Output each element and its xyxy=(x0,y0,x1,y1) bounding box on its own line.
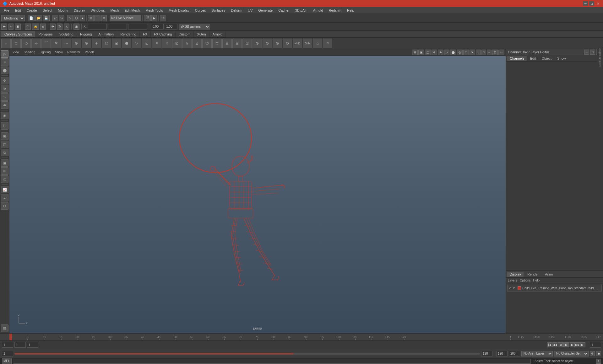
vp-icon-11[interactable]: ⌂ xyxy=(476,50,481,55)
shelf-icon-1[interactable]: ○ xyxy=(1,39,11,48)
vp-icon-5[interactable]: ⊗ xyxy=(438,50,443,55)
save-scene-btn[interactable]: 💾 xyxy=(43,15,50,21)
paint-sel-btn[interactable]: ⬤ xyxy=(1,67,8,74)
select-hierarchy-btn[interactable]: ⊢ xyxy=(1,24,7,30)
menu-deform[interactable]: Deform xyxy=(228,8,245,13)
menu-edit[interactable]: Edit xyxy=(13,8,24,13)
lasso-tool-btn[interactable]: ⌗ xyxy=(1,58,8,66)
vp-icon-8[interactable]: ◎ xyxy=(457,50,463,55)
prev-key-btn[interactable]: ◀◀ xyxy=(552,342,557,347)
total-end-input[interactable] xyxy=(509,351,520,356)
view-menu[interactable]: View xyxy=(11,50,21,54)
select-mask-btn[interactable]: ⬚ xyxy=(25,24,31,30)
channel-box-collapse-btn[interactable]: ─ xyxy=(584,50,589,55)
shelf-icon-6[interactable]: ≋ xyxy=(52,39,61,48)
vp-icon-3[interactable]: ◫ xyxy=(425,50,431,55)
float-input2[interactable] xyxy=(165,24,177,29)
menu-modify[interactable]: Modify xyxy=(55,8,70,13)
channel-box-float-btn[interactable]: □ xyxy=(590,50,595,55)
shelf-icon-15[interactable]: ⊾ xyxy=(142,39,151,48)
shelf-tab-arnold[interactable]: Arnold xyxy=(209,31,226,37)
soft-sel-btn[interactable]: ◉ xyxy=(73,24,79,30)
shelf-icon-30[interactable]: ⋘ xyxy=(293,39,302,48)
object-tab[interactable]: Object xyxy=(539,56,554,61)
restore-button[interactable]: □ xyxy=(589,1,594,6)
shelf-tab-fx[interactable]: FX xyxy=(140,31,151,37)
shelf-icon-32[interactable]: ⌂ xyxy=(313,39,322,48)
shelf-tab-xgen[interactable]: XGen xyxy=(194,31,209,37)
shelf-icon-33[interactable]: ⌑ xyxy=(323,39,332,48)
render-tab[interactable]: Render xyxy=(525,272,541,277)
z-input[interactable] xyxy=(128,24,147,29)
select-tool-btn[interactable]: ▷ xyxy=(1,50,8,58)
menu-cache[interactable]: Cache xyxy=(276,8,291,13)
camera-btn[interactable]: ◫ xyxy=(1,141,8,148)
menu-display[interactable]: Display xyxy=(71,8,88,13)
snap-point-btn[interactable]: ⊕ xyxy=(101,15,107,21)
minimize-button[interactable]: ─ xyxy=(583,1,588,6)
no-live-surface-btn[interactable]: No Live Surface xyxy=(110,15,141,21)
auto-key-btn[interactable]: ⏺ xyxy=(596,351,601,356)
x-input[interactable] xyxy=(88,24,107,29)
char-set-icon[interactable]: ⚙ xyxy=(590,351,595,356)
shelf-icon-10[interactable]: ◈ xyxy=(92,39,101,48)
snap-grid-btn[interactable]: ⊞ xyxy=(88,15,94,21)
go-end-btn[interactable]: ▶| xyxy=(580,342,585,347)
menu-mesh-display[interactable]: Mesh Display xyxy=(166,8,192,13)
open-scene-btn[interactable]: 📂 xyxy=(35,15,42,21)
menu-3dtoall[interactable]: -3DtoAll- xyxy=(291,8,310,13)
shelf-icon-29[interactable]: ⊚ xyxy=(283,39,292,48)
move-btn[interactable]: ✛ xyxy=(50,24,56,30)
renderer-menu[interactable]: Renderer xyxy=(65,50,82,54)
panels-menu[interactable]: Panels xyxy=(83,50,96,54)
menu-generate[interactable]: Generate xyxy=(256,8,275,13)
close-button[interactable]: ✕ xyxy=(595,1,600,6)
next-frame-btn[interactable]: ▶ xyxy=(570,342,575,347)
viewport[interactable]: persp X Y xyxy=(9,56,506,333)
paint-btn[interactable]: ● xyxy=(80,15,85,21)
shelf-icon-24[interactable]: ⊟ xyxy=(232,39,242,48)
shelf-tab-custom[interactable]: Custom xyxy=(176,31,194,37)
show-menu[interactable]: Show xyxy=(53,50,65,54)
menu-help[interactable]: Help xyxy=(345,8,357,13)
undo-btn[interactable]: ↩ xyxy=(52,15,58,21)
menu-windows[interactable]: Windows xyxy=(88,8,107,13)
layer-color-swatch[interactable] xyxy=(518,286,521,290)
shelf-icon-3[interactable]: ◇ xyxy=(21,39,31,48)
snap-curve-btn[interactable]: ⌒ xyxy=(94,15,100,21)
vp-icon-4[interactable]: ⊕ xyxy=(432,50,437,55)
menu-curves[interactable]: Curves xyxy=(193,8,209,13)
menu-redshift[interactable]: Redshift xyxy=(326,8,344,13)
vp-icon-7[interactable]: ⬤ xyxy=(450,50,456,55)
menu-surfaces[interactable]: Surfaces xyxy=(209,8,228,13)
vp-icon-2[interactable]: ▣ xyxy=(418,50,424,55)
vp-icon-9[interactable]: ☐ xyxy=(463,50,469,55)
go-start-btn[interactable]: |◀ xyxy=(547,342,552,347)
shelf-tab-sculpting[interactable]: Sculpting xyxy=(56,31,77,37)
new-scene-btn[interactable]: 📄 xyxy=(28,15,35,21)
show-manip-btn[interactable]: ☐ xyxy=(1,122,8,130)
quick-layout-btn[interactable]: ⊡ xyxy=(1,324,8,332)
menu-select[interactable]: Select xyxy=(40,8,55,13)
shelf-icon-22[interactable]: ◻ xyxy=(212,39,222,48)
layer-row[interactable]: V P Child_Girl_Training_With_Hoop_mb_sta… xyxy=(507,285,602,292)
vp-icon-6[interactable]: ▷ xyxy=(444,50,449,55)
edit-tab[interactable]: Edit xyxy=(527,56,538,61)
render-btn[interactable]: 🎬 xyxy=(144,15,151,21)
total-frames-input[interactable] xyxy=(590,342,601,348)
highlight-btn[interactable]: ◈ xyxy=(40,24,46,30)
vp-icon-15[interactable]: ⋯ xyxy=(498,50,504,55)
snap-proj-btn[interactable]: ⧉ xyxy=(1,149,8,156)
anim-tab[interactable]: Anim xyxy=(542,272,555,277)
lock-sel-btn[interactable]: 🔒 xyxy=(32,24,39,30)
char-set-select[interactable]: No Character Set xyxy=(554,351,589,356)
shelf-icon-11[interactable]: ⬡ xyxy=(102,39,111,48)
shelf-tab-fxcaching[interactable]: FX Caching xyxy=(151,31,175,37)
layers-opt[interactable]: Layers xyxy=(508,279,517,282)
lighting-menu[interactable]: Lighting xyxy=(38,50,52,54)
range-start-input[interactable] xyxy=(2,351,13,356)
shelf-icon-21[interactable]: ⌬ xyxy=(202,39,212,48)
anim-layer-select[interactable]: No Anim Layer xyxy=(521,351,553,356)
y-input[interactable] xyxy=(108,24,127,29)
playback-indicator[interactable]: P xyxy=(513,286,516,290)
